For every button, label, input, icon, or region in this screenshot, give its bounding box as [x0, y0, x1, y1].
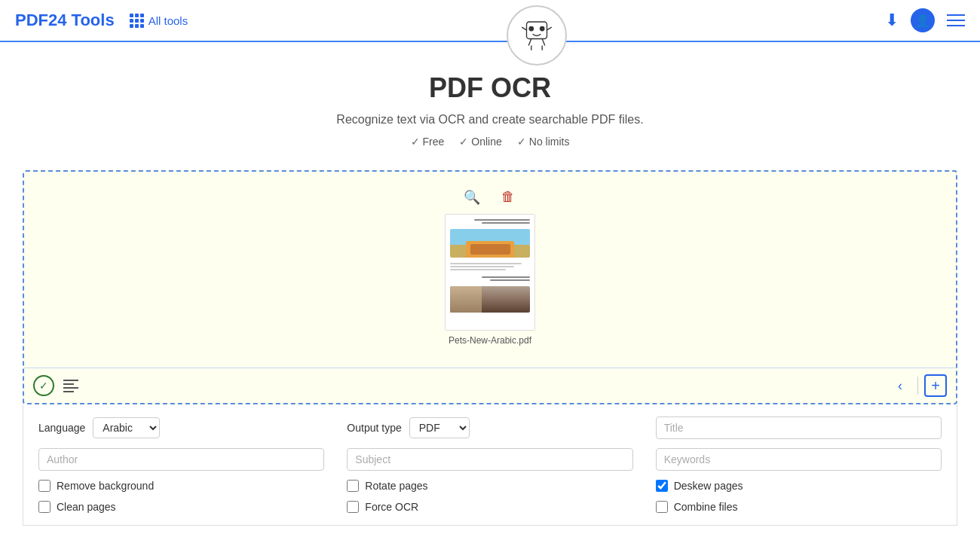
shield-icon[interactable]: ✓ — [33, 375, 54, 396]
feature-no-limits: ✓ No limits — [517, 136, 570, 148]
force-ocr-checkbox[interactable] — [347, 501, 359, 513]
toolbar-divider — [917, 377, 918, 395]
header-right: ⬇ 👤 — [885, 8, 965, 32]
svg-line-7 — [522, 27, 526, 30]
header: PDF24 Tools All tools ⬇ — [0, 0, 980, 42]
toolbar-left: ✓ — [33, 375, 78, 396]
list-line-long-1 — [63, 380, 78, 381]
svg-point-2 — [540, 26, 544, 30]
check-icon-online: ✓ — [459, 136, 468, 148]
output-type-select[interactable]: PDF PDF/A Text — [409, 417, 470, 438]
page-title: PDF OCR — [15, 72, 965, 104]
subject-input[interactable] — [347, 448, 632, 471]
hamburger-menu[interactable] — [947, 14, 965, 26]
rotate-pages-label[interactable]: Rotate pages — [365, 480, 427, 492]
user-avatar[interactable]: 👤 — [911, 8, 935, 32]
menu-line-3 — [947, 25, 965, 26]
site-logo[interactable]: PDF24 Tools — [15, 11, 115, 30]
nav-prev-button[interactable]: ‹ — [889, 374, 911, 397]
force-ocr-label[interactable]: Force OCR — [365, 501, 418, 513]
keywords-input-wrapper — [656, 448, 942, 471]
dropzone-content: 🔍 🗑 — [24, 172, 956, 368]
all-tools-link[interactable]: All tools — [130, 14, 188, 28]
clean-pages-row: Clean pages — [38, 501, 324, 513]
deskew-pages-label[interactable]: Deskew pages — [674, 480, 743, 492]
title-input[interactable] — [656, 416, 942, 439]
options-grid: Language Arabic English French German Sp… — [38, 416, 942, 513]
file-thumbnail — [445, 214, 535, 331]
menu-line-1 — [947, 14, 965, 16]
hero-features: ✓ Free ✓ Online ✓ No limits — [15, 136, 965, 148]
options-panel: Language Arabic English French German Sp… — [23, 404, 957, 526]
deskew-pages-checkbox[interactable] — [656, 480, 668, 492]
download-button[interactable]: ⬇ — [885, 11, 899, 30]
combine-files-row: Combine files — [656, 501, 942, 513]
output-type-label: Output type — [347, 422, 401, 434]
combine-files-label[interactable]: Combine files — [674, 501, 738, 513]
all-tools-label: All tools — [149, 14, 188, 27]
grid-icon — [130, 14, 144, 28]
svg-line-3 — [528, 39, 531, 46]
file-name: Pets-New-Arabic.pdf — [449, 335, 531, 346]
language-label: Language — [38, 422, 85, 434]
clean-pages-checkbox[interactable] — [38, 501, 51, 513]
svg-point-1 — [529, 26, 533, 30]
menu-line-2 — [947, 20, 965, 21]
check-icon-free: ✓ — [411, 136, 420, 148]
add-file-button[interactable]: + — [924, 374, 947, 397]
output-type-row: Output type PDF PDF/A Text — [347, 416, 632, 439]
author-input[interactable] — [38, 448, 324, 471]
subject-input-wrapper — [347, 448, 632, 471]
rotate-pages-row: Rotate pages — [347, 480, 632, 492]
list-line-long-2 — [63, 387, 78, 389]
toolbar-right: ‹ + — [889, 374, 947, 397]
delete-icon[interactable]: 🗑 — [498, 187, 519, 208]
keywords-input[interactable] — [656, 448, 942, 471]
svg-line-4 — [542, 39, 545, 46]
hero-section: PDF OCR Recognize text via OCR and creat… — [0, 42, 980, 163]
check-icon-nolimits: ✓ — [517, 136, 526, 148]
list-line-short-2 — [63, 391, 74, 392]
feature-online: ✓ Online — [459, 136, 501, 148]
language-select[interactable]: Arabic English French German Spanish — [93, 417, 160, 438]
deskew-pages-row: Deskew pages — [656, 480, 942, 492]
list-line-short-1 — [63, 383, 74, 385]
dropzone-toolbar: ✓ ‹ + — [24, 368, 956, 403]
force-ocr-row: Force OCR — [347, 501, 632, 513]
file-item: 🔍 🗑 — [445, 194, 535, 346]
header-center — [188, 0, 885, 50]
zoom-icon[interactable]: 🔍 — [461, 187, 482, 208]
remove-background-row: Remove background — [38, 480, 324, 492]
title-input-wrapper — [656, 416, 942, 439]
dropzone[interactable]: 🔍 🗑 — [23, 170, 957, 404]
remove-background-checkbox[interactable] — [38, 480, 51, 492]
combine-files-checkbox[interactable] — [656, 501, 668, 513]
hero-subtitle: Recognize text via OCR and create search… — [15, 113, 965, 127]
rotate-pages-checkbox[interactable] — [347, 480, 359, 492]
remove-background-label[interactable]: Remove background — [57, 480, 154, 492]
logo-circle — [507, 5, 567, 66]
author-input-wrapper — [38, 448, 324, 471]
clean-pages-label[interactable]: Clean pages — [57, 501, 116, 513]
language-row: Language Arabic English French German Sp… — [38, 416, 324, 439]
list-icon[interactable] — [63, 380, 78, 392]
feature-free: ✓ Free — [411, 136, 445, 148]
svg-line-8 — [547, 27, 551, 30]
file-action-icons: 🔍 🗑 — [461, 187, 519, 208]
